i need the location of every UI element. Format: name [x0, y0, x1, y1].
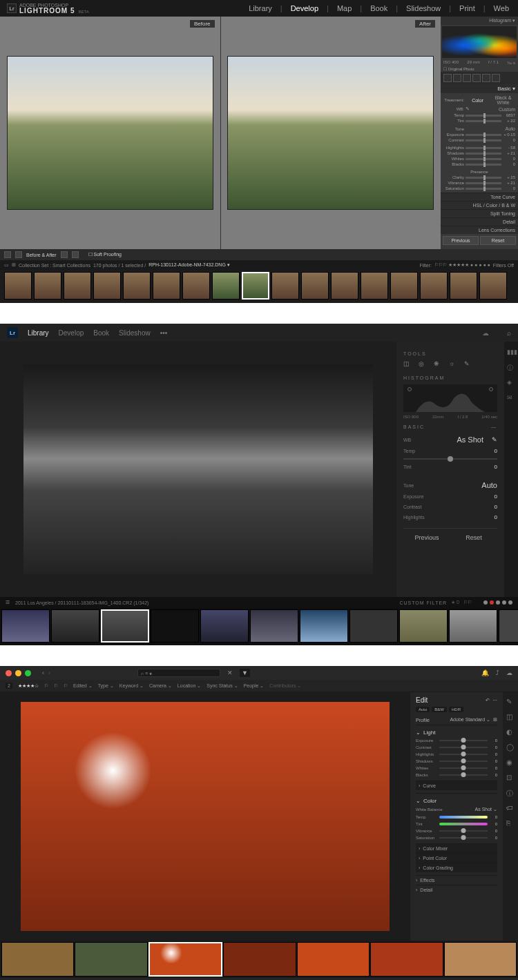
- filmstrip-thumb[interactable]: [331, 272, 358, 300]
- light-section-header[interactable]: Light: [416, 728, 497, 737]
- module-slideshow[interactable]: Slideshow: [404, 4, 443, 12]
- blacks-slider[interactable]: [466, 164, 501, 166]
- filmstrip-thumb[interactable]: [399, 609, 448, 643]
- loupe-view-icon[interactable]: [4, 251, 11, 258]
- wb-dropdown[interactable]: As Shot ⌄: [475, 807, 497, 812]
- forward-icon[interactable]: ›: [48, 669, 50, 676]
- menu-icon[interactable]: ☰: [6, 600, 10, 605]
- filmstrip-thumb[interactable]: [75, 942, 147, 977]
- module-map[interactable]: Map: [335, 4, 354, 12]
- effects-section[interactable]: Effects: [416, 875, 497, 885]
- clip-right-icon[interactable]: [489, 387, 493, 391]
- star-filter[interactable]: ★ 0: [451, 600, 459, 605]
- browse-profiles-icon[interactable]: ⊞: [493, 717, 497, 723]
- whites-slider[interactable]: [466, 158, 501, 160]
- filmstrip-thumb[interactable]: [223, 942, 296, 977]
- shadows-slider[interactable]: [439, 761, 488, 762]
- zoom-icon[interactable]: [25, 670, 31, 676]
- more-icon[interactable]: ⋯: [492, 698, 497, 703]
- filmstrip-thumb[interactable]: [499, 609, 518, 643]
- filmstrip-thumb[interactable]: [148, 942, 222, 977]
- heal-tool-icon[interactable]: ❋: [434, 360, 443, 370]
- filter-location[interactable]: Location ⌄: [178, 683, 201, 689]
- temp-slider[interactable]: [439, 816, 488, 819]
- filter-sync[interactable]: Sync Status ⌄: [207, 683, 238, 689]
- module-web[interactable]: Web: [492, 4, 511, 12]
- close-icon[interactable]: [6, 670, 12, 676]
- color-dot[interactable]: [477, 600, 481, 605]
- blacks-slider[interactable]: [439, 774, 488, 776]
- filmstrip-thumb[interactable]: [4, 272, 32, 300]
- whites-slider[interactable]: [439, 767, 488, 769]
- info-icon[interactable]: ⓘ: [506, 789, 515, 797]
- filmstrip-thumb[interactable]: [361, 272, 388, 300]
- filmstrip-thumb[interactable]: [1, 942, 74, 977]
- treatment-color[interactable]: Color: [466, 98, 490, 103]
- filmstrip-thumb[interactable]: [450, 272, 477, 300]
- flag-icon[interactable]: ⚐: [54, 683, 58, 689]
- contrast-slider[interactable]: [466, 139, 501, 141]
- eyedropper-icon[interactable]: ✎: [492, 436, 497, 443]
- filmstrip-thumb[interactable]: [390, 272, 418, 300]
- rating-filter[interactable]: ★★★★☆: [18, 683, 39, 689]
- filmstrip-thumb[interactable]: [153, 272, 180, 300]
- bell-icon[interactable]: 🔔: [481, 669, 489, 676]
- filmstrip-thumb[interactable]: [271, 272, 299, 300]
- module-library[interactable]: Library: [28, 329, 49, 337]
- info-icon[interactable]: ⓘ: [507, 364, 515, 372]
- redeye-tool-icon[interactable]: [463, 74, 471, 82]
- module-book[interactable]: Book: [368, 4, 390, 12]
- bars-icon[interactable]: ▮▮▮: [507, 349, 515, 357]
- contrast-slider[interactable]: [439, 747, 488, 748]
- search-icon[interactable]: ⌕: [507, 329, 511, 337]
- filmstrip[interactable]: [0, 941, 518, 978]
- monitor-icon[interactable]: ▭: [4, 262, 9, 268]
- preview-canvas[interactable]: [0, 692, 410, 941]
- module-library[interactable]: Library: [247, 4, 274, 12]
- crop-tool-icon[interactable]: [443, 74, 452, 82]
- profile-dropdown[interactable]: Adobe Standard ⌄: [450, 717, 490, 723]
- eyedropper-icon[interactable]: ✎: [466, 106, 471, 112]
- brush-tool-icon[interactable]: [492, 74, 500, 82]
- filmstrip-thumb[interactable]: [444, 942, 517, 977]
- custom-filter-label[interactable]: CUSTOM FILTER: [399, 600, 447, 605]
- clip-left-icon[interactable]: [407, 387, 412, 391]
- module-develop[interactable]: Develop: [59, 329, 84, 337]
- target-tool-icon[interactable]: ◎: [419, 360, 428, 370]
- soft-proofing-checkbox[interactable]: Soft Proofing: [94, 252, 122, 257]
- saturation-slider[interactable]: [466, 188, 501, 190]
- filmstrip-thumb[interactable]: [200, 609, 249, 643]
- color-dot[interactable]: [490, 600, 494, 605]
- hdr-button[interactable]: HDR: [449, 707, 463, 712]
- histogram-graph[interactable]: [403, 384, 497, 412]
- filmstrip-thumb[interactable]: [101, 609, 149, 643]
- grad-tool-icon[interactable]: [472, 74, 481, 82]
- filter-camera[interactable]: Camera ⌄: [149, 683, 172, 689]
- cloud-icon[interactable]: ☁: [506, 669, 512, 676]
- bw-button[interactable]: B&W: [432, 707, 447, 712]
- clarity-slider[interactable]: [466, 177, 501, 179]
- search-input[interactable]: ⌕ ≡ ★: [137, 669, 220, 677]
- view-mode-label[interactable]: Before & After: [26, 253, 57, 257]
- flag-icon[interactable]: ⚐: [44, 683, 48, 689]
- point-color-row[interactable]: Point Color: [416, 853, 497, 863]
- reset-button[interactable]: Reset: [450, 529, 497, 547]
- filter-keyword[interactable]: Keyword ⌄: [119, 683, 144, 689]
- temp-slider[interactable]: [403, 458, 497, 460]
- filter-funnel-icon[interactable]: ▼: [240, 669, 250, 677]
- saturation-slider[interactable]: [439, 837, 488, 839]
- filmstrip-thumb[interactable]: [479, 272, 507, 300]
- filmstrip-thumb[interactable]: [93, 272, 121, 300]
- back-icon[interactable]: ‹: [42, 669, 44, 676]
- module-book[interactable]: Book: [93, 329, 109, 337]
- preview-canvas[interactable]: [0, 342, 396, 597]
- previous-button[interactable]: Previous: [443, 236, 479, 245]
- comment-icon[interactable]: ✉: [507, 394, 515, 402]
- heal-icon[interactable]: ◐: [506, 728, 515, 736]
- auto-tone-button[interactable]: Auto: [466, 126, 515, 131]
- curve-row[interactable]: Curve: [416, 781, 497, 790]
- before-pane[interactable]: Before: [0, 17, 220, 249]
- filmstrip-thumb[interactable]: [449, 609, 497, 643]
- filmstrip-thumb[interactable]: [182, 272, 210, 300]
- color-section-header[interactable]: Color: [416, 796, 497, 805]
